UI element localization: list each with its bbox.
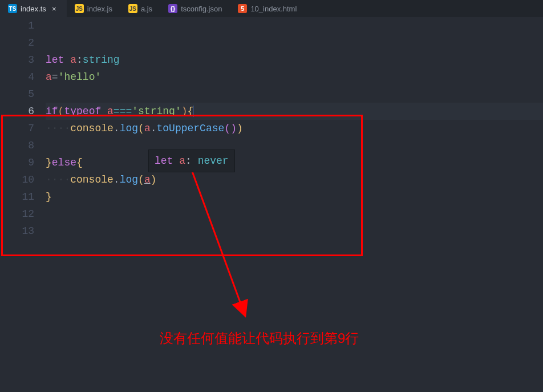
line-number: 11 xyxy=(0,188,34,205)
javascript-icon: JS xyxy=(75,4,84,13)
html-icon: 5 xyxy=(238,4,247,13)
tab-index-js[interactable]: JS index.js xyxy=(67,0,120,17)
tab-label: tsconfig.json xyxy=(181,5,222,13)
line-number-gutter: 1 2 3 4 5 6 7 8 9 10 11 12 13 xyxy=(0,17,46,392)
line-number: 8 xyxy=(0,137,34,154)
code-line xyxy=(46,137,543,154)
javascript-icon: JS xyxy=(128,4,137,13)
code-line xyxy=(46,17,543,34)
line-number: 2 xyxy=(0,34,34,51)
tab-a-js[interactable]: JS a.js xyxy=(120,0,160,17)
line-number: 10 xyxy=(0,171,34,188)
tab-bar: TS index.ts × JS index.js JS a.js {} tsc… xyxy=(0,0,543,17)
code-line xyxy=(46,223,543,240)
code-line: ····console.log(a.toUpperCase()) xyxy=(46,120,543,137)
app-root: TS index.ts × JS index.js JS a.js {} tsc… xyxy=(0,0,543,392)
line-number: 5 xyxy=(0,86,34,103)
line-number: 9 xyxy=(0,154,34,171)
code-line: if(typeof a==='string'){ xyxy=(46,103,543,120)
line-number: 7 xyxy=(0,120,34,137)
code-line: let a:string xyxy=(46,51,543,68)
code-line: } xyxy=(46,188,543,205)
line-number: 1 xyxy=(0,17,34,34)
close-icon[interactable]: × xyxy=(50,5,59,13)
code-line xyxy=(46,205,543,223)
hover-tooltip: let a: never xyxy=(148,149,235,172)
code-line: }else{ xyxy=(46,154,543,171)
tab-index-ts[interactable]: TS index.ts × xyxy=(0,0,67,17)
tab-label: index.js xyxy=(87,5,112,13)
tab-label: 10_index.html xyxy=(250,5,297,13)
line-number: 3 xyxy=(0,51,34,68)
line-number: 4 xyxy=(0,68,34,86)
code-line: ····console.log(a) xyxy=(46,171,543,188)
line-number: 13 xyxy=(0,223,34,240)
code-line xyxy=(46,34,543,51)
tab-tsconfig-json[interactable]: {} tsconfig.json xyxy=(160,0,230,17)
tab-label: a.js xyxy=(141,5,152,13)
typescript-icon: TS xyxy=(8,4,17,13)
line-number: 6 xyxy=(0,103,34,120)
code-line xyxy=(46,86,543,103)
tab-10-index-html[interactable]: 5 10_index.html xyxy=(230,0,305,17)
line-number: 12 xyxy=(0,205,34,223)
tab-label: index.ts xyxy=(21,5,46,13)
code-area[interactable]: let a:string a='hello' if(typeof a==='st… xyxy=(46,17,543,392)
code-line: a='hello' xyxy=(46,68,543,86)
editor[interactable]: 1 2 3 4 5 6 7 8 9 10 11 12 13 let a:stri… xyxy=(0,17,543,392)
json-icon: {} xyxy=(168,4,177,13)
